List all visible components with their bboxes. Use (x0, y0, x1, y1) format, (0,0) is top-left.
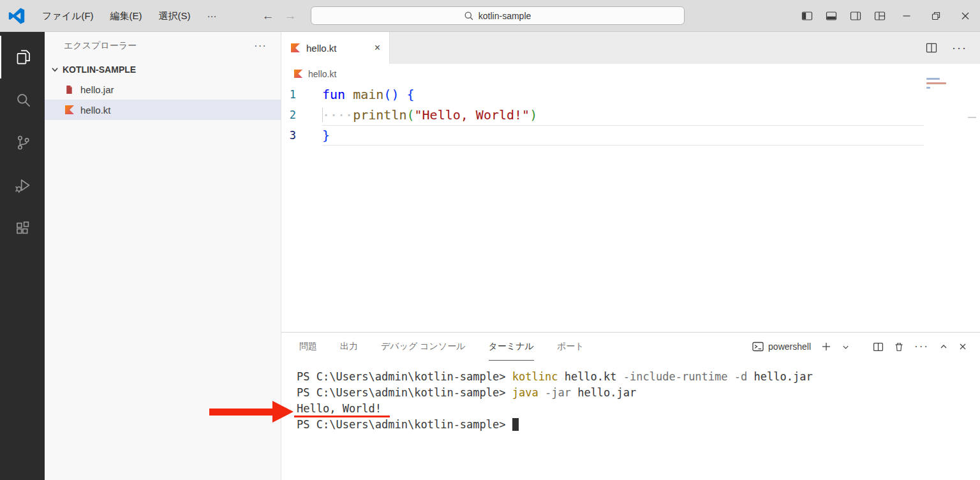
close-tab-icon[interactable]: × (375, 42, 380, 54)
chevron-down-icon (50, 65, 59, 74)
terminal-instance[interactable]: powershell (752, 341, 811, 352)
jar-file-icon (64, 84, 75, 94)
search-icon (464, 11, 474, 21)
customize-layout-icon[interactable] (868, 0, 892, 31)
menu-item[interactable]: ファイル(F) (34, 0, 102, 31)
sidebar-header: エクスプローラー ··· (45, 32, 281, 60)
terminal-line: Hello, World! (297, 401, 980, 417)
tab-label: hello.kt (306, 43, 337, 54)
kotlin-file-icon (293, 69, 304, 79)
explorer-icon[interactable] (0, 36, 45, 79)
folder-kotlin-sample[interactable]: KOTLIN-SAMPLE (45, 60, 281, 79)
panel-toolbar: powershell (752, 340, 967, 353)
toggle-secondary-sidebar-icon[interactable] (843, 0, 868, 31)
command-center-search[interactable]: kotlin-sample (311, 6, 685, 25)
terminal-cursor (512, 418, 519, 431)
terminal-line: PS C:\Users\admin\kotlin-sample> (297, 417, 980, 433)
title-bar: ファイル(F)編集(E)選択(S)··· ← → kotlin-sample (0, 0, 980, 32)
kill-terminal-icon[interactable] (894, 341, 904, 352)
line-number: 3 (281, 125, 322, 146)
search-text: kotlin-sample (479, 11, 531, 21)
menu-item[interactable]: ··· (199, 0, 225, 31)
panel-tab[interactable]: 問題 (299, 333, 317, 361)
file-row[interactable]: hello.jar (45, 79, 281, 100)
editor-region: hello.kt × ··· hello.kt 1fun main() {2··… (281, 32, 980, 480)
tab-hello-kt[interactable]: hello.kt × (281, 32, 390, 64)
more-actions-icon[interactable]: ··· (254, 40, 267, 52)
vscode-logo-icon (8, 8, 25, 24)
toggle-panel-icon[interactable] (819, 0, 843, 31)
folder-label: KOTLIN-SAMPLE (63, 64, 136, 75)
activity-bar (0, 32, 45, 480)
code-text: fun main() { (322, 84, 924, 105)
code-line[interactable]: 1fun main() { (281, 84, 980, 105)
source-control-icon[interactable] (0, 121, 45, 164)
terminal-line: PS C:\Users\admin\kotlin-sample> java -j… (297, 385, 980, 401)
titlebar-actions (795, 0, 980, 31)
overview-ruler-mark (968, 117, 976, 118)
bottom-panel: 問題出力デバッグ コンソールターミナルポート powershell (281, 332, 980, 480)
sidebar-title: エクスプローラー (64, 40, 137, 52)
terminal-icon (752, 341, 764, 352)
tab-bar: hello.kt × ··· (281, 32, 980, 64)
code-text: ····println("Hello, World!") (322, 105, 924, 125)
file-label: hello.kt (80, 105, 111, 116)
panel-tab[interactable]: ポート (557, 333, 584, 361)
editor-actions: ··· (925, 32, 980, 64)
panel-tab[interactable]: ターミナル (489, 333, 534, 361)
menu-item[interactable]: 編集(E) (102, 0, 151, 31)
file-label: hello.jar (80, 84, 114, 95)
panel-tab[interactable]: デバッグ コンソール (381, 333, 466, 361)
code-line[interactable]: 2····println("Hello, World!") (281, 105, 980, 125)
code-text: } (322, 125, 924, 146)
code-line[interactable]: 3} (281, 125, 980, 146)
kotlin-file-icon (64, 105, 75, 115)
panel-header: 問題出力デバッグ コンソールターミナルポート powershell (281, 333, 980, 361)
history-nav: ← → (262, 0, 297, 31)
toggle-primary-sidebar-icon[interactable] (795, 0, 819, 31)
sidebar-explorer: エクスプローラー ··· KOTLIN-SAMPLE hello.jarhell… (45, 32, 281, 480)
restore-icon[interactable] (921, 0, 951, 31)
extensions-icon[interactable] (0, 207, 45, 250)
file-row[interactable]: hello.kt (45, 100, 281, 120)
close-icon[interactable] (951, 0, 980, 31)
more-actions-icon[interactable]: ··· (914, 340, 929, 353)
breadcrumb-label: hello.kt (308, 69, 336, 79)
close-panel-icon[interactable] (958, 342, 967, 351)
back-arrow-icon[interactable]: ← (262, 0, 274, 31)
line-number: 2 (281, 105, 322, 125)
forward-arrow-icon[interactable]: → (285, 0, 297, 31)
minimap-line (926, 78, 940, 80)
code-editor[interactable]: 1fun main() {2····println("Hello, World!… (281, 84, 980, 332)
breadcrumb[interactable]: hello.kt (281, 64, 980, 84)
minimap-line (926, 87, 930, 89)
more-actions-icon[interactable]: ··· (952, 41, 967, 55)
split-editor-icon[interactable] (925, 41, 938, 54)
maximize-panel-icon[interactable] (939, 342, 948, 351)
split-terminal-icon[interactable] (873, 341, 884, 352)
terminal-line: PS C:\Users\admin\kotlin-sample> kotlinc… (297, 369, 980, 385)
panel-tab-bar: 問題出力デバッグ コンソールターミナルポート (299, 333, 584, 361)
terminal[interactable]: PS C:\Users\admin\kotlin-sample> kotlinc… (281, 361, 980, 480)
menu-item[interactable]: 選択(S) (151, 0, 199, 31)
minimize-icon[interactable] (892, 0, 921, 31)
file-list: hello.jarhello.kt (45, 79, 281, 120)
panel-tab[interactable]: 出力 (340, 333, 358, 361)
minimap[interactable] (926, 78, 952, 101)
vscode-window: { "title_bar": { "menus": [ {"label": "フ… (0, 0, 980, 480)
new-terminal-icon[interactable] (821, 341, 831, 352)
minimap-line (926, 82, 946, 84)
kotlin-file-icon (290, 43, 301, 53)
shell-label: powershell (768, 341, 811, 352)
code-lines: 1fun main() {2····println("Hello, World!… (281, 84, 980, 146)
menu-bar: ファイル(F)編集(E)選択(S)··· (34, 0, 225, 31)
line-number: 1 (281, 84, 322, 105)
launch-profile-chevron-icon[interactable] (842, 343, 850, 351)
search-icon[interactable] (0, 79, 45, 121)
run-debug-icon[interactable] (0, 164, 45, 207)
